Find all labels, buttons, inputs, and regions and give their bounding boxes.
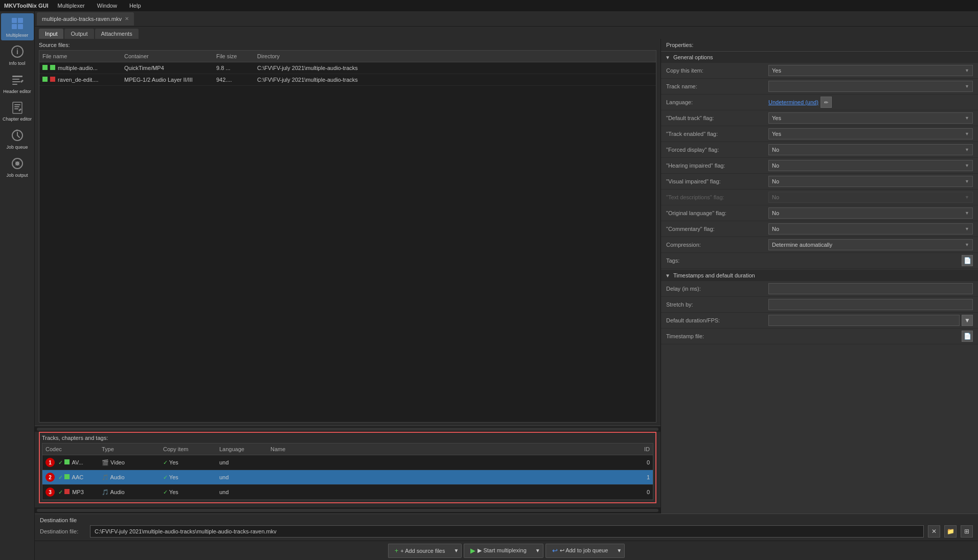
prop-delay-value [768,283,973,294]
col-container-header: Container [121,52,213,60]
track-row-1[interactable]: 1 ✓ AV... 🎬 Video ✓ Yes und 0 [42,455,653,470]
prop-language-link[interactable]: Undetermined (und) [768,99,818,105]
menu-multiplexer[interactable]: Multiplexer [55,2,88,10]
sidebar-item-multiplexer[interactable]: Multiplexer [1,13,34,40]
sidebar-item-job-queue[interactable]: Job queue [1,125,34,152]
file-tab-name: multiple-audio-tracks-raven.mkv [42,16,122,22]
prop-section-timestamps-header[interactable]: ▼ Timestamps and default duration [661,270,978,281]
source-file-row-1[interactable]: multiple-audio... QuickTime/MP4 9.8 ... … [39,62,656,74]
header-editor-icon [9,72,26,88]
prop-hearing-impaired-dropdown[interactable]: No ▼ [768,160,973,171]
prop-commentary-arrow: ▼ [965,226,969,231]
add-source-group: + + Add source files ▼ [388,544,462,558]
prop-forced-display-dropdown[interactable]: No ▼ [768,144,973,155]
add-job-icon: ↩ [552,547,558,554]
prop-original-language-dropdown[interactable]: No ▼ [768,207,973,219]
prop-section-general: ▼ General options Copy this item: Yes ▼ [661,52,978,269]
source-files-label: Source files: [39,42,656,48]
prop-default-track-dropdown[interactable]: Yes ▼ [768,112,973,124]
prop-hearing-impaired-value: No ▼ [768,160,973,171]
add-job-dropdown-arrow[interactable]: ▼ [614,544,625,558]
sidebar: Multiplexer i Info tool [0,11,35,560]
destination-clear-btn[interactable]: ✕ [928,525,940,538]
sidebar-item-chapter-editor[interactable]: Chapter editor [1,97,34,124]
sidebar-item-info-tool[interactable]: i Info tool [1,41,34,68]
svg-text:i: i [16,48,18,56]
source-file-dir-2: C:\FV\FV-july 2021\multiple-audio-tracks [254,76,656,84]
prop-section-general-header[interactable]: ▼ General options [661,52,978,63]
prop-track-enabled-label: "Track enabled" flag: [666,131,768,137]
prop-stretch-input[interactable] [768,299,973,310]
track-3-check: ✓ [58,489,63,495]
prop-timestamp-file-btn[interactable]: 📄 [962,331,973,342]
green-box-2 [50,65,55,70]
source-files-header: File name Container File size Directory [39,51,656,62]
job-queue-icon [9,127,26,144]
add-source-dropdown-arrow[interactable]: ▼ [451,544,462,558]
prop-original-language: "Original language" flag: No ▼ [661,205,978,221]
prop-visual-impaired-value: No ▼ [768,176,973,187]
prop-duration-input[interactable] [768,315,960,326]
svg-rect-6 [12,76,22,77]
source-file-row-2[interactable]: raven_de-edit.... MPEG-1/2 Audio Layer I… [39,74,656,86]
track-2-copy: ✓ Yes [161,473,217,482]
prop-timestamp-file-value: 📄 [768,331,973,342]
sidebar-item-header-editor[interactable]: Header editor [1,69,34,97]
destination-path-input[interactable] [90,525,924,538]
destination-copy-btn[interactable]: ⊞ [961,525,973,538]
track-row-2[interactable]: 2 ✓ AAC 🎵 Audio ✓ Yes und 1 [42,470,653,485]
destination-browse-btn[interactable]: 📁 [944,525,957,538]
tab-input[interactable]: Input [39,29,63,39]
prop-visual-impaired-text: No [772,178,779,184]
timestamps-section-title: Timestamps and default duration [673,272,755,278]
prop-copy-item-arrow: ▼ [965,68,969,73]
file-tab-close[interactable]: ✕ [125,16,129,21]
nav-tabs: Input Output Attachments [35,27,978,39]
sidebar-item-job-output[interactable]: Job output [1,153,34,180]
track-row-3[interactable]: 3 ✓ MP3 🎵 Audio ✓ Yes und 0 [42,485,653,500]
prop-delay-input[interactable] [768,283,973,294]
prop-default-track-label: "Default track" flag: [666,115,768,121]
menu-help[interactable]: Help [126,2,144,10]
prop-default-track-value: Yes ▼ [768,112,973,124]
add-source-files-button[interactable]: + + Add source files [388,544,451,558]
source-file-dir-1: C:\FV\FV-july 2021\multiple-audio-tracks [254,64,656,72]
prop-duration-btn[interactable]: ▼ [962,315,973,326]
prop-track-name-dropdown[interactable]: ▼ [768,81,973,92]
prop-visual-impaired-arrow: ▼ [965,179,969,184]
add-source-label: + Add source files [400,548,445,554]
prop-visual-impaired-dropdown[interactable]: No ▼ [768,176,973,187]
prop-stretch: Stretch by: [661,297,978,313]
add-to-job-queue-button[interactable]: ↩ ↩ Add to job queue [545,544,615,558]
prop-delay-label: Delay (in ms): [666,286,768,292]
track-3-type: 🎵 Audio [100,488,161,497]
track-2-check: ✓ [58,474,63,480]
prop-track-name-arrow: ▼ [965,84,969,89]
titlebar: MKVToolNix GUI Multiplexer Window Help [0,0,978,11]
tracks-hscroll[interactable] [37,509,658,512]
content-area: multiple-audio-tracks-raven.mkv ✕ Input … [35,11,978,560]
col-filename-header: File name [39,52,121,60]
prop-copy-item-label: Copy this item: [666,67,768,74]
prop-copy-item-dropdown[interactable]: Yes ▼ [768,65,973,76]
prop-commentary-dropdown[interactable]: No ▼ [768,223,973,235]
prop-compression: Compression: Determine automatically ▼ [661,237,978,253]
destination-row: Destination file: ✕ 📁 ⊞ [40,525,973,538]
source-hscroll[interactable] [37,428,658,431]
tab-output[interactable]: Output [64,29,94,39]
add-job-label: ↩ Add to job queue [560,547,608,554]
prop-track-enabled-dropdown[interactable]: Yes ▼ [768,128,973,139]
prop-language-edit-btn[interactable]: ✏ [821,97,832,108]
track-3-badge: 3 [46,487,55,497]
app-title: MKVToolNix GUI [4,3,49,9]
prop-tags-label: Tags: [666,258,768,264]
start-mux-dropdown-arrow[interactable]: ▼ [533,544,543,558]
tab-attachments[interactable]: Attachments [95,29,139,39]
col-filesize-header: File size [213,52,254,60]
start-multiplexing-button[interactable]: ▶ ▶ Start multiplexing [464,544,532,558]
menu-window[interactable]: Window [94,2,120,10]
green-box-1 [42,65,48,70]
prop-compression-dropdown[interactable]: Determine automatically ▼ [768,239,973,250]
file-tab[interactable]: multiple-audio-tracks-raven.mkv ✕ [37,12,134,26]
prop-tags-file-btn[interactable]: 📄 [962,255,973,266]
